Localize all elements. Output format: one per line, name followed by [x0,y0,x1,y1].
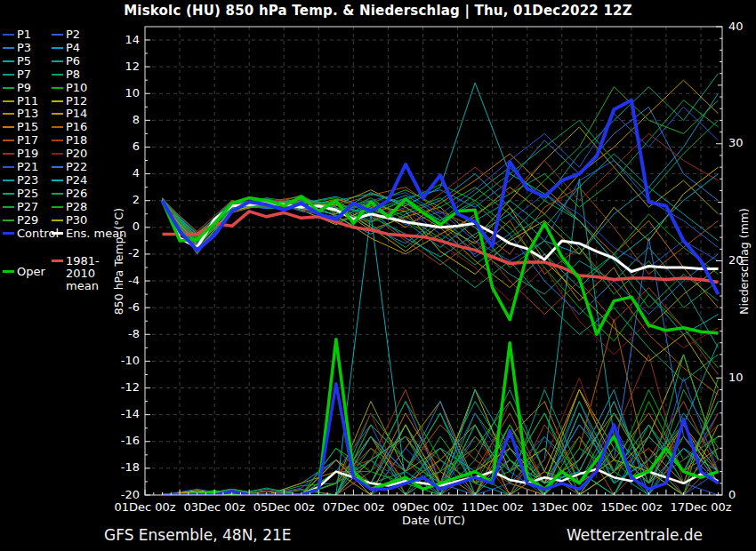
y-left-tick-label: 0 [133,220,140,233]
temp-member-line [163,120,719,239]
y-left-tick-label: 6 [133,140,140,153]
footer-brand: Wetterzentrale.de [567,526,703,544]
x-tick-label: 17Dec 00z [670,500,731,514]
y-left-tick-label: -20 [121,488,140,501]
precip-member-line [163,343,719,495]
temp-member-line [163,185,719,368]
y-left-tick-label: 12 [125,60,140,73]
y-left-tick-label: -10 [121,354,140,367]
y-right-tick-label: 10 [728,371,744,384]
x-tick-label: 01Dec 00z [114,500,175,514]
y-left-tick-label: 14 [125,33,140,46]
x-tick-label: 15Dec 00z [600,500,662,514]
y-left-tick-label: -16 [121,434,140,447]
y-left-tick-label: 2 [133,193,140,206]
control-precip-line [163,384,719,495]
x-tick-label: 13Dec 00z [531,500,592,514]
x-tick-label: 03Dec 00z [184,500,245,514]
y-left-tick-label: -18 [121,460,140,474]
y-left-tick-label: -4 [128,274,140,287]
y-left-tick-label: 10 [125,86,140,100]
y-left-tick-label: -12 [121,380,140,394]
precip-member-line [163,237,719,495]
y-left-tick-label: -6 [128,300,140,314]
y-left-tick-label: 4 [133,166,140,180]
y-left-tick-label: 8 [133,113,140,126]
ensemble-chart: 14121086420-2-4-6-8-10-12-14-16-18-20403… [0,0,756,551]
app-window: Miskolc (HU) 850 hPa Temp. & Niederschla… [0,0,756,551]
y-right-tick-label: 30 [728,136,744,149]
x-tick-label: 07Dec 00z [323,500,384,514]
footer-model-info: GFS Ensemble, 48N, 21E [104,526,292,544]
y-left-tick-label: -14 [121,407,140,420]
y-right-tick-label: 40 [728,20,744,33]
temp-member-line [163,190,719,328]
y-left-tick-label: -8 [128,327,140,340]
x-tick-label: 05Dec 00z [253,500,315,514]
y-right-tick-label: 0 [728,488,736,501]
x-tick-label: 11Dec 00z [462,500,523,514]
x-tick-label: 09Dec 00z [392,500,454,514]
key-series-group [163,100,719,495]
x-axis-label: Date (UTC) [402,514,465,527]
y-left-tick-label: -2 [128,246,140,260]
y-axis-right-label: Niederschlag (mm) [737,208,751,315]
y-axis-left-label: 850 hPa Temp. (°C) [112,208,125,315]
plot-area [163,74,719,495]
